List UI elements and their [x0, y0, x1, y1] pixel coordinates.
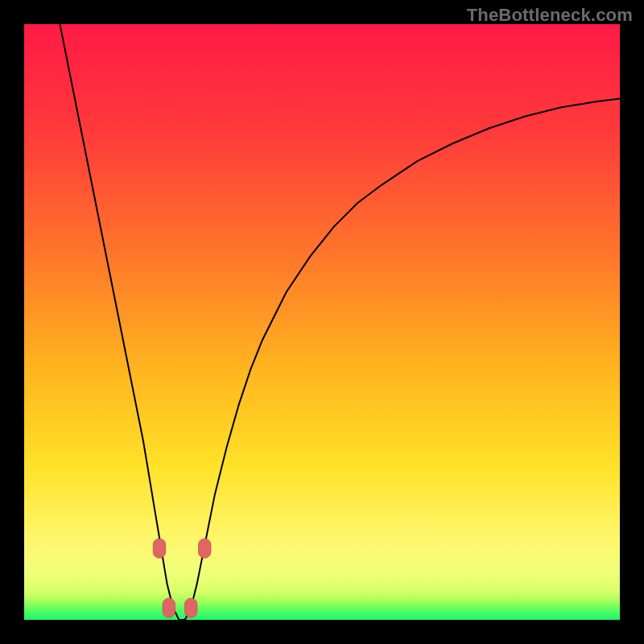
curve-marker — [153, 539, 166, 558]
watermark-text: TheBottleneck.com — [467, 5, 633, 26]
curve-marker — [184, 598, 197, 617]
chart-frame: TheBottleneck.com — [0, 0, 644, 644]
bottleneck-chart — [24, 24, 620, 620]
gradient-background — [24, 24, 620, 620]
curve-marker — [198, 539, 211, 558]
curve-marker — [163, 598, 175, 617]
